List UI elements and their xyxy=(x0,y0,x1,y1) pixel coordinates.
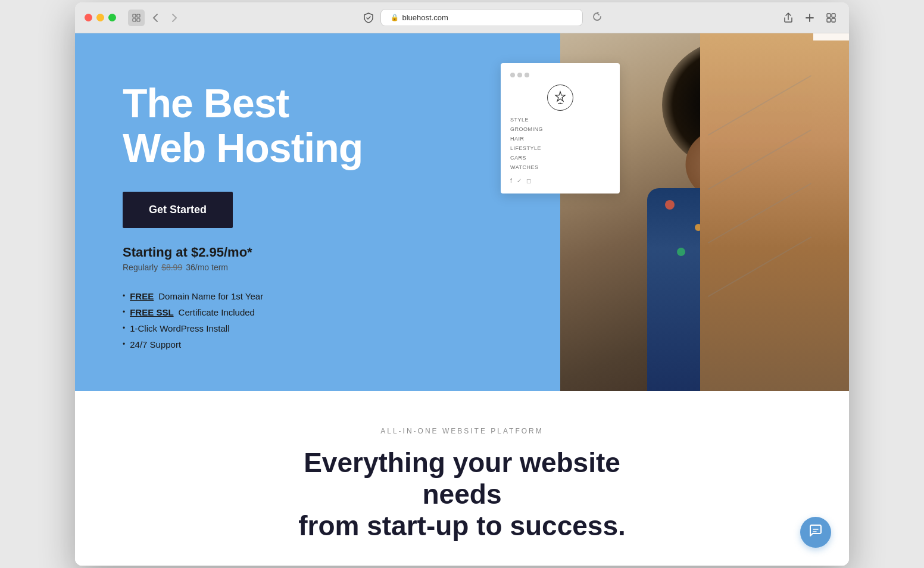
original-price: $8.99 xyxy=(161,263,182,272)
share-button[interactable] xyxy=(780,10,797,26)
mock-nav-hair: HAIR xyxy=(510,136,610,142)
free-ssl-link[interactable]: FREE SSL xyxy=(130,307,173,317)
mock-dot-3 xyxy=(525,73,529,77)
get-started-button[interactable]: Get Started xyxy=(123,192,233,228)
instagram-icon: ◻ xyxy=(526,177,531,184)
regularly-label: Regularly xyxy=(123,263,158,272)
mock-nav-cars: CARS xyxy=(510,155,610,161)
mock-card-dots xyxy=(510,73,610,77)
feature-domain: FREE Domain Name for 1st Year xyxy=(123,291,501,301)
chat-icon xyxy=(808,523,823,541)
forward-button[interactable] xyxy=(166,10,183,26)
mock-nav-watches: WATCHES xyxy=(510,164,610,170)
lock-icon: 🔒 xyxy=(391,14,399,21)
traffic-lights xyxy=(85,14,116,21)
bottom-headline: Everything your website needs from start… xyxy=(283,447,641,542)
hero-left: The Best Web Hosting Get Started Startin… xyxy=(75,33,501,391)
feature-support: 24/7 Support xyxy=(123,339,501,349)
close-button[interactable] xyxy=(85,14,92,21)
escalator xyxy=(700,33,819,391)
starting-price: Starting at $2.95/mo* xyxy=(123,245,501,260)
browser-window: 🔒 bluehost.com xyxy=(75,2,849,565)
mock-social-icons: f ✓ ◻ xyxy=(510,177,610,184)
svg-rect-2 xyxy=(133,18,136,21)
mock-logo-icon xyxy=(553,90,567,105)
mock-dot-2 xyxy=(517,73,522,77)
regular-price: Regularly $8.99 36/mo term xyxy=(123,263,501,272)
bottom-section: ALL-IN-ONE WEBSITE PLATFORM Everything y… xyxy=(75,391,849,566)
feature-wordpress: 1-Click WordPress Install xyxy=(123,323,501,333)
svg-rect-5 xyxy=(832,14,835,17)
mock-nav-lifestyle: LIFESTYLE xyxy=(510,145,610,151)
minimize-button[interactable] xyxy=(96,14,104,21)
refresh-button[interactable] xyxy=(592,12,602,23)
svg-rect-6 xyxy=(827,18,831,22)
website-content: The Best Web Hosting Get Started Startin… xyxy=(75,33,849,565)
mock-nav-style: STYLE xyxy=(510,117,610,123)
mock-logo xyxy=(547,85,573,111)
bottom-headline-line1: Everything your website needs xyxy=(304,447,620,510)
pricing-info: Starting at $2.95/mo* Regularly $8.99 36… xyxy=(123,245,501,272)
new-tab-button[interactable] xyxy=(801,10,818,26)
flower-1 xyxy=(665,200,675,210)
twitter-icon: ✓ xyxy=(517,177,522,184)
facebook-icon: f xyxy=(510,177,512,184)
term-label: 36/mo term xyxy=(186,263,228,272)
browser-controls xyxy=(128,10,183,26)
back-button[interactable] xyxy=(147,10,164,26)
bottom-headline-line2: from start-up to success. xyxy=(298,510,626,541)
svg-rect-7 xyxy=(832,18,835,22)
features-list: FREE Domain Name for 1st Year FREE SSL C… xyxy=(123,291,501,355)
address-bar[interactable]: 🔒 bluehost.com xyxy=(380,9,583,26)
mock-nav-items: STYLE GROOMING HAIR LIFESTYLE CARS WATCH… xyxy=(510,117,610,170)
svg-rect-4 xyxy=(827,14,831,17)
browser-toolbar: 🔒 bluehost.com xyxy=(75,2,849,33)
mock-nav-grooming: GROOMING xyxy=(510,126,610,132)
chat-bubble-button[interactable] xyxy=(800,517,831,548)
tab-grid-button[interactable] xyxy=(823,10,839,26)
svg-rect-1 xyxy=(137,14,140,17)
url-text: bluehost.com xyxy=(402,13,448,22)
flower-4 xyxy=(677,248,685,256)
hero-title: The Best Web Hosting xyxy=(123,81,501,170)
address-bar-container: 🔒 bluehost.com xyxy=(190,9,773,26)
hero-title-line2: Web Hosting xyxy=(123,125,363,170)
feature-ssl: FREE SSL Certificate Included xyxy=(123,307,501,317)
hero-section: The Best Web Hosting Get Started Startin… xyxy=(75,33,849,391)
browser-actions xyxy=(780,10,839,26)
hero-title-line1: The Best xyxy=(123,80,289,126)
mock-website-card: STYLE GROOMING HAIR LIFESTYLE CARS WATCH… xyxy=(501,63,620,194)
platform-label: ALL-IN-ONE WEBSITE PLATFORM xyxy=(99,427,825,435)
svg-rect-3 xyxy=(137,18,140,21)
hero-right: STYLE GROOMING HAIR LIFESTYLE CARS WATCH… xyxy=(501,33,849,391)
shield-icon xyxy=(361,11,376,25)
svg-rect-0 xyxy=(133,14,136,17)
tab-overview-button[interactable] xyxy=(128,10,145,26)
free-domain-link[interactable]: FREE xyxy=(130,291,154,301)
maximize-button[interactable] xyxy=(108,14,116,21)
mock-dot-1 xyxy=(510,73,515,77)
white-bar xyxy=(813,33,849,40)
